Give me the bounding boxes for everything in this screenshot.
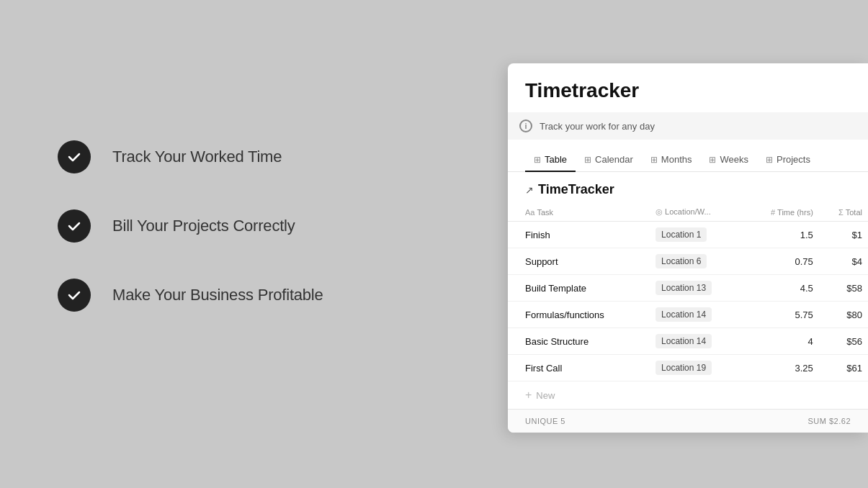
add-row[interactable]: + New: [508, 381, 868, 409]
cell-total: $4: [819, 248, 868, 275]
cell-location: Location 6: [650, 248, 744, 275]
cell-task: Support: [508, 248, 650, 275]
location-tag: Location 14: [656, 334, 712, 348]
cell-time: 0.75: [744, 248, 819, 275]
plus-icon: +: [525, 389, 532, 402]
tab-icon: ⊞: [650, 155, 658, 165]
tabs-bar: ⊞Table⊞Calendar⊞Months⊞Weeks⊞Projects: [508, 140, 868, 172]
timetracker-panel: Timetracker i Track your work for any da…: [508, 63, 868, 433]
col-header-task: AaTask: [508, 203, 650, 222]
arrow-icon: ↗: [525, 184, 534, 196]
feature-text: Track Your Worked Time: [112, 148, 282, 166]
location-tag: Location 14: [656, 307, 712, 322]
tab-icon: ⊞: [534, 155, 541, 165]
cell-time: 1.5: [744, 222, 819, 248]
section-title: TimeTracker: [538, 182, 614, 197]
tab-weeks[interactable]: ⊞Weeks: [700, 148, 757, 172]
footer-sum: SUM $2.62: [807, 417, 851, 425]
panel-title: Timetracker: [525, 79, 851, 102]
cell-total: $56: [819, 328, 868, 355]
footer-unique: UNIQUE 5: [525, 417, 565, 425]
location-tag: Location 6: [656, 254, 707, 268]
col-header-time--hrs-: #Time (hrs): [744, 203, 819, 222]
info-text: Track your work for any day: [540, 121, 655, 132]
cell-time: 4: [744, 328, 819, 355]
check-circle-icon: [58, 209, 91, 243]
cell-total: $61: [819, 355, 868, 381]
tab-icon: ⊞: [584, 155, 591, 165]
cell-location: Location 19: [650, 355, 744, 381]
location-tag: Location 13: [656, 281, 712, 295]
table-row: Basic StructureLocation 144$56: [508, 328, 868, 355]
tab-icon: ⊞: [766, 155, 773, 165]
info-bar: i Track your work for any day: [508, 112, 868, 140]
col-icon: ◎: [656, 207, 663, 216]
tab-table[interactable]: ⊞Table: [525, 148, 576, 172]
cell-location: Location 14: [650, 302, 744, 328]
col-header-location-w---: ◎Location/W...: [650, 203, 744, 222]
tab-label: Weeks: [720, 154, 748, 165]
cell-location: Location 1: [650, 222, 744, 248]
cell-total: $80: [819, 302, 868, 328]
footer-row: UNIQUE 5 SUM $2.62: [508, 409, 868, 433]
header-row: AaTask◎Location/W...#Time (hrs)ΣTotal: [508, 203, 868, 222]
tab-projects[interactable]: ⊞Projects: [757, 148, 819, 172]
add-label: New: [536, 390, 555, 401]
cell-task: Finish: [508, 222, 650, 248]
info-icon: i: [519, 119, 532, 132]
col-icon: Σ: [838, 208, 844, 217]
feature-item: Make Your Business Profitable: [58, 279, 323, 312]
cell-task: Formulas/functions: [508, 302, 650, 328]
table-body: FinishLocation 11.5$1SupportLocation 60.…: [508, 222, 868, 381]
section-title-row: ↗ TimeTracker: [508, 172, 868, 203]
table-row: SupportLocation 60.75$4: [508, 248, 868, 275]
cell-time: 5.75: [744, 302, 819, 328]
table-row: Build TemplateLocation 134.5$58: [508, 275, 868, 302]
tab-months[interactable]: ⊞Months: [642, 148, 701, 172]
check-circle-icon: [58, 140, 91, 173]
location-tag: Location 1: [656, 227, 707, 242]
tab-label: Table: [545, 154, 567, 165]
tab-calendar[interactable]: ⊞Calendar: [576, 148, 642, 172]
table-section: ↗ TimeTracker AaTask◎Location/W...#Time …: [508, 172, 868, 409]
cell-location: Location 13: [650, 275, 744, 302]
cell-task: Basic Structure: [508, 328, 650, 355]
cell-time: 4.5: [744, 275, 819, 302]
feature-item: Bill Your Projects Correctly: [58, 209, 323, 243]
cell-task: Build Template: [508, 275, 650, 302]
tab-label: Calendar: [595, 154, 633, 165]
tab-label: Projects: [777, 154, 810, 165]
cell-task: First Call: [508, 355, 650, 381]
col-icon: #: [771, 208, 775, 217]
col-icon: Aa: [525, 208, 534, 217]
cell-time: 3.25: [744, 355, 819, 381]
feature-item: Track Your Worked Time: [58, 140, 323, 173]
tab-label: Months: [661, 154, 692, 165]
cell-location: Location 14: [650, 328, 744, 355]
cell-total: $1: [819, 222, 868, 248]
cell-total: $58: [819, 275, 868, 302]
feature-text: Make Your Business Profitable: [112, 286, 323, 304]
table-row: FinishLocation 11.5$1: [508, 222, 868, 248]
panel-header: Timetracker i Track your work for any da…: [508, 63, 868, 140]
col-header-total: ΣTotal: [819, 203, 868, 222]
feature-text: Bill Your Projects Correctly: [112, 217, 295, 235]
tab-icon: ⊞: [709, 155, 716, 165]
location-tag: Location 19: [656, 361, 712, 375]
table-row: First CallLocation 193.25$61: [508, 355, 868, 381]
table-header: AaTask◎Location/W...#Time (hrs)ΣTotal: [508, 203, 868, 222]
check-circle-icon: [58, 279, 91, 312]
feature-list: Track Your Worked TimeBill Your Projects…: [58, 140, 323, 312]
data-table: AaTask◎Location/W...#Time (hrs)ΣTotal Fi…: [508, 203, 868, 381]
table-row: Formulas/functionsLocation 145.75$80: [508, 302, 868, 328]
